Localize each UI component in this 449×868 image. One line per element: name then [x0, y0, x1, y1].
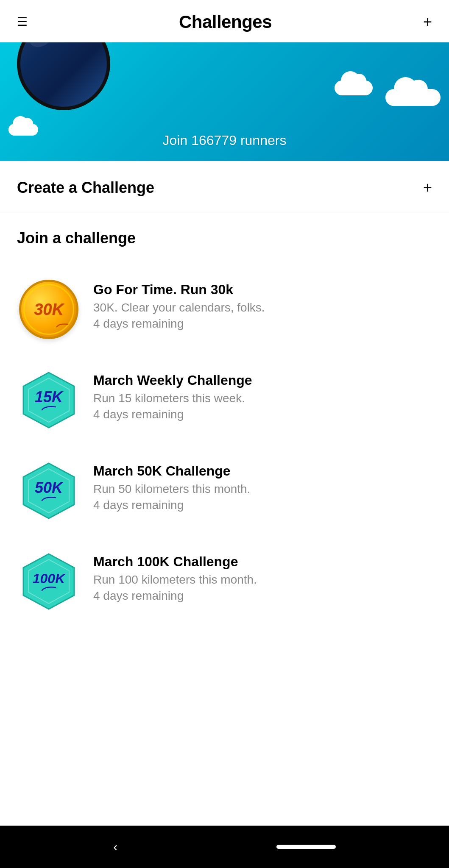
swoosh-icon — [41, 585, 56, 591]
bottom-navigation-bar: ‹ — [0, 826, 449, 868]
challenge-description: Run 100 kilometers this month. — [93, 573, 257, 587]
join-section-title: Join a challenge — [17, 229, 432, 247]
challenge-info-30k: Go For Time. Run 30k 30K. Clear your cal… — [93, 278, 265, 331]
badge-hex-15k: 15K — [19, 370, 78, 430]
challenge-name: March 50K Challenge — [93, 463, 250, 479]
app-header: ☰ Challenges + — [0, 0, 449, 42]
page-title: Challenges — [179, 12, 272, 32]
badge-coin-30k: 30K — [19, 280, 78, 339]
cloud-decoration-1 — [335, 81, 373, 95]
challenge-name: Go For Time. Run 30k — [93, 282, 265, 298]
challenge-badge-30k: 30K — [17, 278, 81, 341]
create-challenge-add-icon[interactable]: + — [423, 179, 432, 197]
badge-50k-label: 50K — [35, 480, 63, 495]
challenge-description: Run 15 kilometers this week. — [93, 392, 252, 405]
challenge-list: 30K Go For Time. Run 30k 30K. Clear your… — [17, 264, 432, 627]
hero-join-text: Join 166779 runners — [163, 133, 287, 148]
join-section: Join a challenge 30K Go For Time. Run 30… — [0, 212, 449, 627]
challenge-name: March 100K Challenge — [93, 554, 257, 570]
create-challenge-label: Create a Challenge — [17, 179, 154, 197]
challenge-description: Run 50 kilometers this month. — [93, 482, 250, 496]
swoosh-icon — [41, 495, 56, 501]
cloud-decoration-3 — [8, 124, 38, 136]
challenge-remaining: 4 days remaining — [93, 408, 252, 421]
globe-image — [17, 42, 110, 110]
badge-100k-label: 100K — [33, 572, 65, 585]
home-indicator[interactable] — [276, 845, 336, 849]
challenge-info-50k: March 50K Challenge Run 50 kilometers th… — [93, 459, 250, 512]
challenge-remaining: 4 days remaining — [93, 589, 257, 603]
challenge-info-15k: March Weekly Challenge Run 15 kilometers… — [93, 368, 252, 421]
menu-icon[interactable]: ☰ — [17, 16, 28, 28]
list-item[interactable]: 100K March 100K Challenge Run 100 kilome… — [17, 536, 432, 627]
challenge-remaining: 4 days remaining — [93, 498, 250, 512]
create-challenge-row[interactable]: Create a Challenge + — [0, 161, 449, 212]
badge-hex-50k: 50K — [19, 461, 78, 520]
challenge-badge-50k: 50K — [17, 459, 81, 523]
swoosh-icon — [41, 405, 56, 411]
challenge-description: 30K. Clear your calendars, folks. — [93, 301, 265, 314]
list-item[interactable]: 15K March Weekly Challenge Run 15 kilome… — [17, 355, 432, 445]
badge-30k-label: 30K — [34, 300, 64, 319]
badge-hex-100k: 100K — [19, 552, 78, 611]
swoosh-icon — [56, 323, 69, 328]
challenge-badge-15k: 15K — [17, 368, 81, 432]
list-item[interactable]: 30K Go For Time. Run 30k 30K. Clear your… — [17, 264, 432, 355]
challenge-info-100k: March 100K Challenge Run 100 kilometers … — [93, 550, 257, 603]
challenge-badge-100k: 100K — [17, 550, 81, 613]
challenge-remaining: 4 days remaining — [93, 317, 265, 331]
cloud-decoration-2 — [385, 89, 441, 106]
back-button[interactable]: ‹ — [113, 840, 117, 854]
list-item[interactable]: 50K March 50K Challenge Run 50 kilometer… — [17, 445, 432, 536]
badge-15k-label: 15K — [35, 389, 63, 405]
header-add-icon[interactable]: + — [423, 14, 432, 30]
challenge-name: March Weekly Challenge — [93, 373, 252, 388]
hero-banner: Join 166779 runners — [0, 42, 449, 161]
